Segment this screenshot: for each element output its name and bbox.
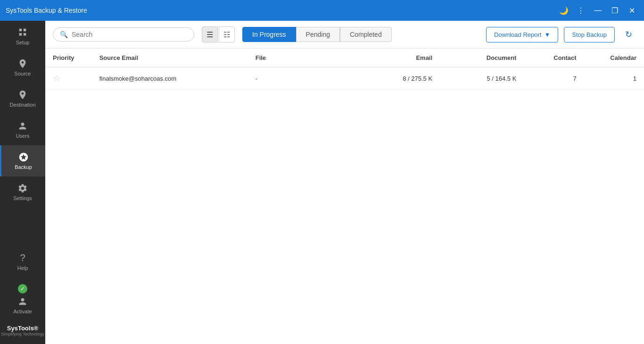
sidebar-item-settings[interactable]: Settings [0,176,45,208]
brand-area: SysTools® Simplifying Technology [1,321,44,340]
more-options-icon[interactable]: ⋮ [574,4,587,17]
app-title: SysTools Backup & Restore [6,7,557,14]
sidebar-item-activate[interactable]: ✓ Activate [0,277,45,321]
search-box[interactable]: 🔍 [53,27,194,42]
header-email: Email [356,49,440,67]
download-report-label: Download Report [494,31,541,38]
source-icon [17,59,28,69]
tab-completed[interactable]: Completed [340,27,392,42]
sidebar-label-activate: Activate [13,309,32,314]
sidebar-label-source: Source [15,71,31,76]
sidebar-item-help[interactable]: ? Help [0,246,45,277]
table-row: ☆ finalsmoke@soharcoas.com - 8 / 275.5 K… [45,67,644,90]
priority-cell[interactable]: ☆ [45,67,92,90]
activate-user-icon [17,296,28,307]
stop-backup-button[interactable]: Stop Backup [564,27,615,42]
header-document: Document [440,49,524,67]
help-icon: ? [20,252,25,263]
refresh-button[interactable]: ↻ [620,26,636,42]
source-email-cell: finalsmoke@soharcoas.com [92,67,248,90]
activate-badge-icon: ✓ [18,284,27,294]
list-view-button[interactable]: ☰ [202,26,218,42]
theme-toggle-icon[interactable]: 🌙 [557,4,570,17]
header-priority: Priority [45,49,92,67]
sidebar-item-backup[interactable]: Backup [0,145,45,176]
close-button[interactable]: ✕ [625,4,638,17]
app-body: Setup Source Destination Users Backup Se… [0,21,644,344]
sidebar-item-setup[interactable]: Setup [0,21,45,52]
search-icon: 🔍 [60,31,68,38]
header-file: File [248,49,356,67]
maximize-button[interactable]: ❐ [608,4,621,17]
window-controls: 🌙 ⋮ — ❐ ✕ [557,4,638,17]
file-cell: - [248,67,356,90]
title-bar: SysTools Backup & Restore 🌙 ⋮ — ❐ ✕ [0,0,644,21]
header-calendar: Calendar [584,49,644,67]
sidebar-item-users[interactable]: Users [0,114,45,145]
dropdown-arrow-icon: ▼ [544,31,550,38]
document-cell: 5 / 164.5 K [440,67,524,90]
tab-pending[interactable]: Pending [296,27,340,42]
backup-icon [18,152,29,162]
users-icon [17,121,28,131]
download-report-button[interactable]: Download Report ▼ [486,27,558,42]
sidebar-label-settings: Settings [13,195,32,201]
sidebar-item-destination[interactable]: Destination [0,83,45,114]
contact-cell: 7 [524,67,584,90]
view-toggle: ☰ ☷ [202,26,235,42]
settings-icon [17,183,28,193]
destination-icon [17,90,28,100]
toolbar: 🔍 ☰ ☷ In Progress Pending Completed Down… [45,21,644,49]
calendar-cell: 1 [584,67,644,90]
header-contact: Contact [524,49,584,67]
sidebar-label-help: Help [17,265,28,271]
backup-table: Priority Source Email File Email Documen… [45,49,644,90]
sidebar: Setup Source Destination Users Backup Se… [0,21,45,344]
search-input[interactable] [72,31,187,38]
minimize-button[interactable]: — [591,4,604,17]
sidebar-label-backup: Backup [15,164,32,170]
sidebar-label-setup: Setup [16,40,30,45]
star-icon[interactable]: ☆ [53,74,60,83]
table-container: Priority Source Email File Email Documen… [45,49,644,344]
sidebar-bottom: ? Help ✓ Activate SysTools® Simplifying … [0,246,45,344]
header-source-email: Source Email [92,49,248,67]
brand-name: SysTools® [1,325,44,332]
grid-view-button[interactable]: ☷ [219,26,235,42]
sidebar-item-source[interactable]: Source [0,52,45,83]
email-cell: 8 / 275.5 K [356,67,440,90]
sidebar-label-users: Users [16,133,30,139]
sidebar-label-destination: Destination [9,102,35,108]
table-body: ☆ finalsmoke@soharcoas.com - 8 / 275.5 K… [45,67,644,90]
brand-sub: Simplifying Technology [1,332,44,336]
setup-icon [17,27,28,38]
tab-inprogress[interactable]: In Progress [242,27,296,42]
tab-group: In Progress Pending Completed [242,27,392,42]
main-content: 🔍 ☰ ☷ In Progress Pending Completed Down… [45,21,644,344]
table-header: Priority Source Email File Email Documen… [45,49,644,67]
